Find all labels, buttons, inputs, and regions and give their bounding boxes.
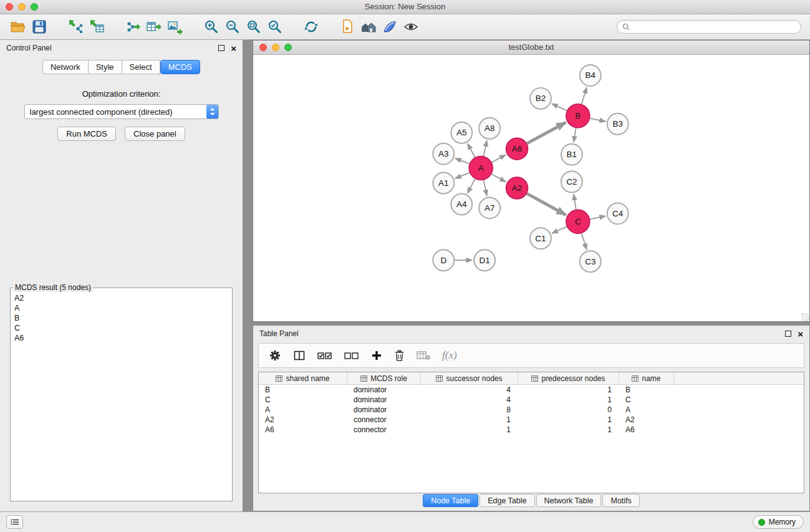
minimize-window-button[interactable] (18, 3, 26, 11)
table-row-a6[interactable]: A6connector11A6 (259, 425, 804, 435)
graph-edge-C-C1[interactable] (552, 227, 567, 234)
control-tab-network[interactable]: Network (42, 60, 89, 74)
function-builder-button[interactable]: f(x) (442, 349, 457, 362)
column-header-MCDS-role[interactable]: MCDS role (347, 372, 421, 384)
delete-column-button[interactable] (394, 350, 405, 362)
apply-layout-button[interactable] (301, 16, 322, 37)
column-header-shared-name[interactable]: shared name (259, 372, 347, 384)
graph-node-C1[interactable]: C1 (530, 228, 551, 249)
graph-node-C2[interactable]: C2 (561, 172, 582, 193)
column-header-name[interactable]: name (619, 372, 674, 384)
graph-node-B3[interactable]: B3 (607, 114, 629, 135)
import-table-button[interactable] (86, 16, 107, 37)
export-image-button[interactable] (165, 16, 186, 37)
graph-node-A2[interactable]: A2 (506, 177, 528, 199)
add-column-button[interactable] (371, 350, 382, 361)
graph-node-D[interactable]: D (433, 249, 454, 271)
network-file-button[interactable] (337, 16, 358, 37)
close-window-button[interactable] (6, 3, 13, 11)
graph-node-C3[interactable]: C3 (580, 251, 601, 272)
minimize-network-window-button[interactable] (272, 44, 279, 51)
graph-node-A4[interactable]: A4 (451, 193, 472, 215)
zoom-in-button[interactable] (201, 16, 222, 37)
graph-node-A8[interactable]: A8 (479, 118, 500, 139)
graph-node-A[interactable]: A (469, 157, 493, 180)
network-window-titlebar[interactable]: testGlobe.txt (253, 41, 809, 55)
graph-edge-B-B3[interactable] (590, 118, 605, 122)
mcds-result-item-b[interactable]: B (11, 313, 232, 323)
network-graph[interactable]: B4B2BB3B1A5A8A6A3AA1A4A7A2C2C4CC1C3DD1 (253, 55, 809, 321)
graph-edge-B-B4[interactable] (582, 87, 587, 104)
criterion-dropdown[interactable]: largest connected component (directed) (24, 104, 219, 119)
delete-table-button[interactable] (417, 351, 430, 360)
table-settings-button[interactable] (269, 349, 281, 362)
graph-edge-A-A3[interactable] (455, 158, 470, 164)
graph-node-C[interactable]: C (566, 210, 590, 233)
search-field[interactable] (617, 20, 801, 34)
table-row-c[interactable]: Cdominator41C (259, 395, 804, 405)
maximize-network-window-button[interactable] (284, 44, 292, 51)
graph-edge-A-A5[interactable] (468, 143, 475, 157)
graph-edge-A-A1[interactable] (455, 173, 470, 178)
graph-node-B[interactable]: B (566, 104, 590, 128)
graph-edge-C-C2[interactable] (574, 194, 576, 209)
close-mcds-panel-button[interactable]: Close panel (125, 127, 185, 141)
close-network-window-button[interactable] (259, 44, 267, 51)
mcds-result-item-a2[interactable]: A2 (11, 293, 232, 303)
import-network-button[interactable] (65, 16, 86, 37)
graph-edge-A-A6[interactable] (492, 155, 506, 162)
zoom-fit-button[interactable] (243, 16, 264, 37)
graph-node-B2[interactable]: B2 (530, 88, 551, 109)
save-session-button[interactable] (29, 16, 50, 37)
graph-edge-A-A7[interactable] (483, 180, 486, 196)
graph-node-A1[interactable]: A1 (433, 173, 454, 194)
table-row-b[interactable]: Bdominator41B (259, 385, 804, 395)
graph-node-C4[interactable]: C4 (607, 203, 629, 224)
table-tab-network-table[interactable]: Network Table (536, 494, 602, 507)
graph-edge-B-B2[interactable] (552, 104, 567, 110)
graph-edge-A-A4[interactable] (468, 179, 475, 193)
run-mcds-button[interactable]: Run MCDS (57, 127, 116, 141)
graph-node-A3[interactable]: A3 (433, 143, 454, 165)
export-table-button[interactable] (143, 16, 165, 37)
resize-grip[interactable] (801, 313, 809, 321)
mcds-result-item-a6[interactable]: A6 (11, 333, 232, 343)
graph-node-B4[interactable]: B4 (580, 65, 601, 86)
show-hide-details-button[interactable] (400, 16, 422, 37)
graph-edge-A6-B[interactable] (527, 122, 566, 143)
close-table-panel-icon[interactable]: × (798, 329, 803, 339)
graph-node-A6[interactable]: A6 (506, 138, 528, 160)
show-columns-button[interactable] (293, 349, 306, 362)
table-tab-edge-table[interactable]: Edge Table (480, 494, 534, 507)
graphics-details-button[interactable] (379, 16, 400, 37)
graph-edge-A-A2[interactable] (492, 174, 506, 181)
graph-node-D1[interactable]: D1 (474, 249, 495, 271)
mcds-result-item-c[interactable]: C (11, 323, 232, 333)
search-input[interactable] (634, 22, 796, 32)
graph-edge-A2-C[interactable] (527, 193, 566, 215)
table-tab-motifs[interactable]: Motifs (602, 494, 639, 507)
float-table-panel-icon[interactable] (785, 331, 791, 337)
float-panel-icon[interactable] (218, 45, 224, 51)
graph-edge-A-A8[interactable] (483, 140, 486, 156)
home-button[interactable] (358, 16, 379, 37)
select-all-button[interactable] (317, 351, 332, 360)
graph-node-A5[interactable]: A5 (451, 122, 472, 143)
export-network-button[interactable] (122, 16, 143, 37)
memory-button[interactable]: Memory (753, 515, 804, 529)
control-tab-select[interactable]: Select (122, 60, 160, 74)
table-tab-node-table[interactable]: Node Table (423, 494, 478, 507)
column-header-successor-nodes[interactable]: successor nodes (421, 372, 518, 384)
open-session-button[interactable] (7, 16, 29, 37)
control-tab-mcds[interactable]: MCDS (160, 60, 200, 74)
close-panel-icon[interactable]: × (231, 44, 236, 53)
table-row-a2[interactable]: A2connector11A2 (259, 415, 804, 425)
deselect-all-button[interactable] (344, 351, 359, 360)
zoom-selected-button[interactable] (264, 16, 286, 37)
task-history-button[interactable] (6, 515, 23, 529)
graph-edge-C-C3[interactable] (582, 233, 587, 249)
graph-edge-C-C4[interactable] (590, 216, 605, 219)
graph-node-B1[interactable]: B1 (561, 144, 582, 165)
maximize-window-button[interactable] (31, 3, 38, 11)
graph-edge-B-B1[interactable] (574, 128, 576, 142)
